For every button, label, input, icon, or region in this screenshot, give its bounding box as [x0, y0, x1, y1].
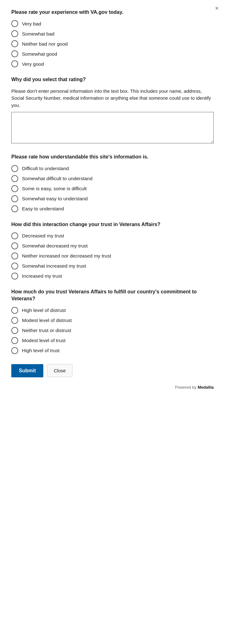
trust-level-label-4: Modest level of trust [22, 337, 66, 344]
understandable-label-5: Easy to understand [22, 205, 64, 212]
understandable-radio-5[interactable] [11, 205, 18, 212]
experience-label-4: Somewhat good [22, 51, 57, 58]
trust-change-option-2[interactable]: Somewhat decreased my trust [11, 242, 214, 249]
understandable-label-3: Some is easy, some is difficult [22, 185, 87, 192]
trust-level-option-4[interactable]: Modest level of trust [11, 337, 214, 344]
experience-option-5[interactable]: Very good [11, 60, 214, 67]
powered-by-brand: Medallia [198, 385, 214, 390]
understandable-option-4[interactable]: Somewhat easy to understand [11, 195, 214, 202]
trust-level-question-title: How much do you trust Veterans Affairs t… [11, 288, 214, 303]
understandable-radio-group: Difficult to understand Somewhat difficu… [11, 165, 214, 212]
trust-change-option-3[interactable]: Neither increased nor decreased my trust [11, 253, 214, 259]
survey-container: × Please rate your experience with VA.go… [0, 0, 225, 644]
trust-change-label-4: Somewhat increased my trust [22, 263, 86, 269]
trust-level-radio-4[interactable] [11, 337, 18, 344]
experience-radio-1[interactable] [11, 20, 18, 27]
trust-change-label-3: Neither increased nor decreased my trust [22, 253, 111, 259]
experience-radio-2[interactable] [11, 30, 18, 37]
trust-change-label-2: Somewhat decreased my trust [22, 242, 88, 249]
section-trust-change: How did this interaction change your tru… [11, 221, 214, 280]
understandable-option-5[interactable]: Easy to understand [11, 205, 214, 212]
experience-radio-5[interactable] [11, 60, 18, 67]
why-rating-textarea[interactable] [11, 112, 214, 143]
understandable-radio-3[interactable] [11, 185, 18, 192]
trust-change-radio-3[interactable] [11, 253, 18, 259]
section-why-rating: Why did you select that rating? Please d… [11, 76, 214, 145]
trust-level-radio-5[interactable] [11, 347, 18, 354]
understandable-option-1[interactable]: Difficult to understand [11, 165, 214, 172]
close-button[interactable]: Close [47, 364, 72, 377]
understandable-label-1: Difficult to understand [22, 165, 69, 172]
trust-change-option-5[interactable]: Increased my trust [11, 273, 214, 280]
experience-option-2[interactable]: Somewhat bad [11, 30, 214, 37]
understandable-radio-1[interactable] [11, 165, 18, 172]
powered-by-section: Powered by Medallia [11, 385, 214, 390]
section-experience: Please rate your experience with VA.gov … [11, 9, 214, 67]
understandable-label-4: Somewhat easy to understand [22, 195, 88, 202]
trust-level-label-1: High level of distrust [22, 307, 66, 314]
trust-level-radio-group: High level of distrust Modest level of d… [11, 307, 214, 354]
experience-label-5: Very good [22, 61, 44, 68]
section-understandable: Please rate how understandable this site… [11, 153, 214, 212]
understandable-radio-2[interactable] [11, 175, 18, 182]
trust-change-option-4[interactable]: Somewhat increased my trust [11, 263, 214, 269]
trust-change-label-1: Decreased my trust [22, 232, 64, 239]
why-rating-title: Why did you select that rating? [11, 76, 214, 83]
trust-level-option-3[interactable]: Neither trust or distrust [11, 327, 214, 334]
experience-label-1: Very bad [22, 20, 41, 27]
trust-change-radio-group: Decreased my trust Somewhat decreased my… [11, 232, 214, 280]
trust-level-radio-2[interactable] [11, 317, 18, 324]
trust-level-radio-3[interactable] [11, 327, 18, 334]
understandable-label-2: Somewhat difficult to understand [22, 175, 93, 182]
trust-level-label-5: High level of trust [22, 347, 60, 354]
understandable-option-2[interactable]: Somewhat difficult to understand [11, 175, 214, 182]
trust-change-option-1[interactable]: Decreased my trust [11, 232, 214, 239]
trust-level-option-1[interactable]: High level of distrust [11, 307, 214, 314]
close-icon-button[interactable]: × [215, 5, 219, 11]
understandable-option-3[interactable]: Some is easy, some is difficult [11, 185, 214, 192]
experience-question-title: Please rate your experience with VA.gov … [11, 9, 214, 16]
section-trust-level: How much do you trust Veterans Affairs t… [11, 288, 214, 354]
experience-label-3: Neither bad nor good [22, 41, 68, 47]
experience-radio-4[interactable] [11, 50, 18, 57]
footer-buttons: Submit Close [11, 364, 214, 377]
trust-level-radio-1[interactable] [11, 307, 18, 314]
experience-option-3[interactable]: Neither bad nor good [11, 40, 214, 47]
experience-option-1[interactable]: Very bad [11, 20, 214, 27]
understandable-radio-4[interactable] [11, 195, 18, 202]
trust-level-label-3: Neither trust or distrust [22, 327, 71, 334]
trust-change-label-5: Increased my trust [22, 273, 62, 280]
experience-radio-3[interactable] [11, 40, 18, 47]
understandable-question-title: Please rate how understandable this site… [11, 153, 214, 160]
why-rating-instruction: Please don't enter personal information … [11, 88, 214, 109]
trust-change-radio-1[interactable] [11, 232, 18, 239]
trust-level-option-2[interactable]: Modest level of distrust [11, 317, 214, 324]
powered-by-text: Powered by [175, 385, 196, 390]
experience-label-2: Somewhat bad [22, 31, 54, 37]
trust-change-question-title: How did this interaction change your tru… [11, 221, 214, 228]
trust-level-label-2: Modest level of distrust [22, 317, 72, 324]
trust-change-radio-4[interactable] [11, 263, 18, 269]
experience-radio-group: Very bad Somewhat bad Neither bad nor go… [11, 20, 214, 67]
trust-level-option-5[interactable]: High level of trust [11, 347, 214, 354]
submit-button[interactable]: Submit [11, 364, 43, 377]
experience-option-4[interactable]: Somewhat good [11, 50, 214, 57]
trust-change-radio-5[interactable] [11, 273, 18, 280]
trust-change-radio-2[interactable] [11, 242, 18, 249]
